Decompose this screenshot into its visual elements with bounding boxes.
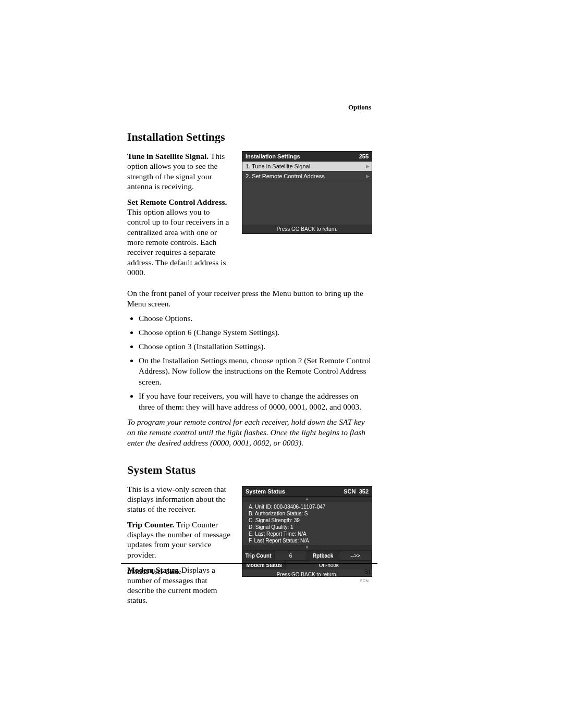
osd2-code: 352 xyxy=(359,488,369,495)
remote-address-text: This option allows you to control up to … xyxy=(127,207,229,277)
install-text-column: Tune in Satellite Signal. This option al… xyxy=(127,151,235,283)
footer-page-number: 51 xyxy=(365,568,371,576)
status-line: A. Unit ID: 000-03406-11107-047 xyxy=(249,503,368,510)
scroll-down-icon: ▼ xyxy=(242,545,372,551)
trip-counter-label: Trip Counter. xyxy=(127,520,174,529)
tune-signal-label: Tune in Satellite Signal. xyxy=(127,152,209,161)
rptback-label-cell: Rptback xyxy=(307,551,339,560)
status-line: C. Signal Strength: 39 xyxy=(249,517,368,524)
trip-count-value-cell: 6 xyxy=(275,551,307,560)
osd1-footer: Press GO BACK to return. xyxy=(242,225,372,233)
instruction-list: Choose Options. Choose option 6 (Change … xyxy=(127,313,371,413)
list-item: Choose option 3 (Installation Settings). xyxy=(139,341,371,352)
scroll-up-icon: ▲ xyxy=(242,497,372,502)
list-item: On the Installation Settings menu, choos… xyxy=(139,355,371,388)
status-line: D. Signal Quality: 1 xyxy=(249,524,368,530)
front-panel-paragraph: On the front panel of your receiver pres… xyxy=(127,288,371,309)
status-line: F. Last Report Status: N/A xyxy=(249,537,368,544)
heading-system-status: System Status xyxy=(127,463,371,477)
list-item: Choose option 6 (Change System Settings)… xyxy=(139,327,371,338)
status-intro-text: This is a view-only screen that displays… xyxy=(127,484,235,514)
footer-rule xyxy=(121,563,377,564)
footer-guide-name: DSR315 User Guide xyxy=(127,568,181,576)
trip-count-label-cell: Trip Count xyxy=(242,551,275,560)
heading-installation-settings: Installation Settings xyxy=(127,130,371,144)
page-header-section: Options xyxy=(348,103,371,112)
osd1-code: 255 xyxy=(359,153,369,159)
osd1-menu-item-1-text: 1. Tune in Satellite Signal xyxy=(246,163,310,169)
osd2-scn: SCN xyxy=(344,488,356,495)
list-item: If you have four receivers, you will hav… xyxy=(139,391,371,413)
status-line: E. Last Report Time: N/A xyxy=(249,530,368,537)
status-text-column: This is a view-only screen that displays… xyxy=(127,484,235,611)
rptback-value-cell: -->> xyxy=(339,551,372,560)
osd2-brand: SCN xyxy=(242,578,372,583)
programming-note: To program your remote control for each … xyxy=(127,417,371,448)
osd1-menu-item-2: 2. Set Remote Control Address ▶ xyxy=(242,171,372,181)
chevron-right-icon: ▶ xyxy=(366,174,370,179)
remote-address-label: Set Remote Control Address. xyxy=(127,198,227,206)
list-item: Choose Options. xyxy=(139,313,371,324)
installation-settings-screenshot: Installation Settings 255 1. Tune in Sat… xyxy=(242,151,372,234)
chevron-right-icon: ▶ xyxy=(366,164,370,169)
osd1-menu-item-2-text: 2. Set Remote Control Address xyxy=(246,173,325,179)
osd1-title: Installation Settings xyxy=(246,153,300,159)
osd2-title: System Status xyxy=(246,488,285,495)
osd1-menu-item-1: 1. Tune in Satellite Signal ▶ xyxy=(242,162,372,171)
status-line: B. Authorization Status: S xyxy=(249,510,368,517)
